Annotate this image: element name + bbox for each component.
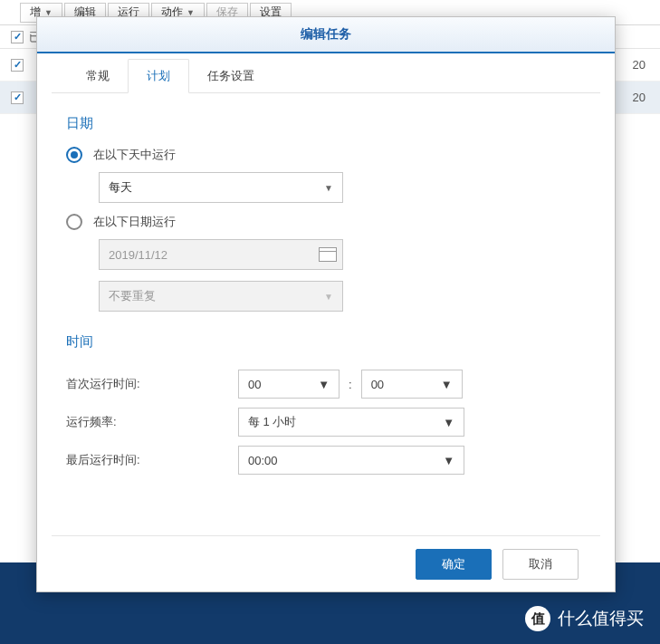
days-select[interactable]: 每天 ▼ xyxy=(99,172,343,203)
last-run-select[interactable]: 00:00 ▼ xyxy=(238,446,464,475)
repeat-select-value: 不要重复 xyxy=(109,288,156,304)
modal-tabs: 常规 计划 任务设置 xyxy=(52,57,600,93)
caret-down-icon: ▼ xyxy=(44,8,53,17)
run-on-days-label: 在以下天中运行 xyxy=(93,147,176,163)
modal-footer: 确定 取消 xyxy=(52,535,600,591)
first-min-select[interactable]: 00 ▼ xyxy=(361,370,463,399)
ok-button[interactable]: 确定 xyxy=(416,549,492,580)
watermark: 值 什么值得买 xyxy=(525,606,644,631)
modal-title: 编辑任务 xyxy=(37,17,615,53)
row-checkbox[interactable]: ✓ xyxy=(11,91,24,104)
cancel-button[interactable]: 取消 xyxy=(502,549,579,580)
chevron-down-icon: ▼ xyxy=(318,378,330,391)
run-on-days-radio[interactable] xyxy=(66,147,82,163)
watermark-text: 什么值得买 xyxy=(558,607,644,630)
tab-schedule[interactable]: 计划 xyxy=(128,59,189,93)
frequency-value: 每 1 小时 xyxy=(248,414,296,430)
last-run-value: 00:00 xyxy=(248,454,278,467)
edit-task-modal: 编辑任务 常规 计划 任务设置 日期 在以下天中运行 每天 ▼ 在以下日期运行 … xyxy=(36,16,616,592)
first-hour-value: 00 xyxy=(248,378,261,391)
watermark-badge-icon: 值 xyxy=(525,606,550,631)
first-hour-select[interactable]: 00 ▼ xyxy=(238,370,340,399)
time-colon: : xyxy=(349,378,352,391)
row-left: ✓ xyxy=(11,91,29,104)
chevron-down-icon: ▼ xyxy=(443,454,454,467)
chevron-down-icon: ▼ xyxy=(441,378,453,391)
chevron-down-icon: ▼ xyxy=(324,292,333,302)
caret-down-icon: ▼ xyxy=(187,8,195,17)
row-year: 20 xyxy=(633,91,649,104)
frequency-row: 运行频率: 每 1 小时 ▼ xyxy=(66,403,586,441)
date-value: 2019/11/12 xyxy=(109,248,167,262)
frequency-select[interactable]: 每 1 小时 ▼ xyxy=(238,408,464,437)
run-on-date-label: 在以下日期运行 xyxy=(93,214,176,230)
first-run-label: 首次运行时间: xyxy=(66,376,238,392)
days-select-value: 每天 xyxy=(109,179,132,196)
date-section-title: 日期 xyxy=(66,115,586,132)
repeat-select: 不要重复 ▼ xyxy=(99,281,343,312)
header-checkbox[interactable]: ✓ xyxy=(11,31,24,43)
calendar-icon xyxy=(319,247,337,262)
run-on-date-row: 在以下日期运行 xyxy=(66,214,586,230)
last-run-label: 最后运行时间: xyxy=(66,452,238,468)
time-section-title: 时间 xyxy=(66,333,586,351)
chevron-down-icon: ▼ xyxy=(324,183,333,193)
time-grid: 首次运行时间: 00 ▼ : 00 ▼ 运行频率: 每 1 小时 ▼ xyxy=(66,365,586,479)
date-input: 2019/11/12 xyxy=(99,239,343,270)
tab-task-settings[interactable]: 任务设置 xyxy=(189,60,273,92)
last-run-row: 最后运行时间: 00:00 ▼ xyxy=(66,441,586,479)
run-on-days-row: 在以下天中运行 xyxy=(66,147,586,163)
run-on-date-radio[interactable] xyxy=(66,214,82,230)
tab-general[interactable]: 常规 xyxy=(68,60,128,92)
frequency-label: 运行频率: xyxy=(66,414,238,430)
first-min-value: 00 xyxy=(371,378,384,391)
row-checkbox[interactable]: ✓ xyxy=(11,59,24,72)
modal-body: 日期 在以下天中运行 每天 ▼ 在以下日期运行 2019/11/12 不要重复 … xyxy=(37,93,615,535)
first-run-row: 首次运行时间: 00 ▼ : 00 ▼ xyxy=(66,365,586,403)
chevron-down-icon: ▼ xyxy=(443,416,454,429)
row-year: 20 xyxy=(633,58,649,72)
row-left: ✓ xyxy=(11,59,29,72)
